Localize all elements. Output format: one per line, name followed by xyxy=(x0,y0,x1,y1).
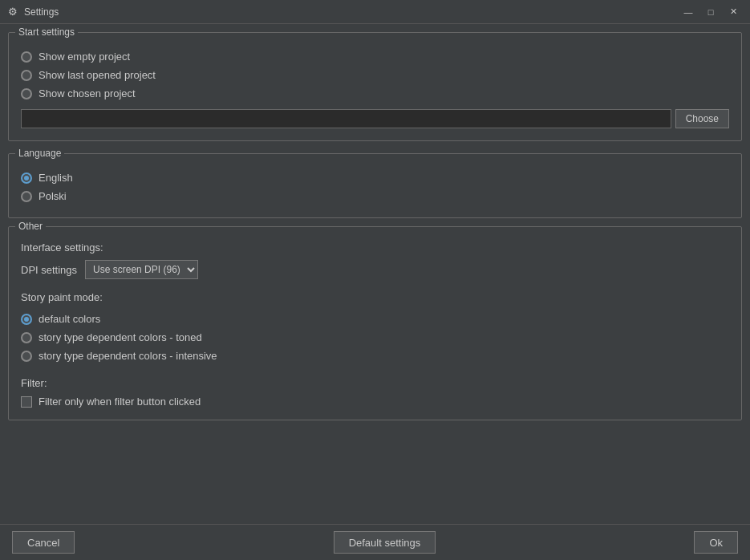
radio-default-colors[interactable]: default colors xyxy=(21,310,729,328)
radio-default-circle xyxy=(21,314,32,325)
title-bar: ⚙ Settings — □ ✕ xyxy=(0,0,750,24)
filter-checkbox[interactable] xyxy=(21,396,32,408)
radio-toned-label: story type dependent colors - toned xyxy=(39,331,202,343)
language-group: Language English Polski xyxy=(8,153,742,218)
radio-intensive-circle xyxy=(21,351,32,362)
close-button[interactable]: ✕ xyxy=(723,4,744,20)
radio-last-project[interactable]: Show last opened project xyxy=(21,66,729,84)
filter-checkbox-item[interactable]: Filter only when filter button clicked xyxy=(21,396,729,408)
radio-chosen-project[interactable]: Show chosen project xyxy=(21,84,729,103)
maximize-button[interactable]: □ xyxy=(700,4,721,20)
default-settings-button[interactable]: Default settings xyxy=(334,531,436,554)
radio-intensive-label: story type dependent colors - intensive xyxy=(39,350,217,362)
start-settings-group: Start settings Show empty project Show l… xyxy=(8,32,742,141)
radio-polski-circle xyxy=(21,191,32,202)
settings-icon: ⚙ xyxy=(6,6,19,18)
story-paint-label: Story paint mode: xyxy=(21,291,729,303)
radio-empty-project[interactable]: Show empty project xyxy=(21,47,729,66)
file-path-input[interactable] xyxy=(21,109,671,128)
filter-checkbox-label: Filter only when filter button clicked xyxy=(39,396,201,408)
radio-last-circle xyxy=(21,70,32,81)
start-settings-title: Start settings xyxy=(15,26,78,38)
radio-english-circle xyxy=(21,172,32,184)
radio-empty-circle xyxy=(21,51,32,63)
radio-chosen-label: Show chosen project xyxy=(39,87,136,99)
dpi-select[interactable]: Use screen DPI (96) 96 DPI 120 DPI 144 D… xyxy=(85,260,198,279)
radio-polski-label: Polski xyxy=(39,190,67,202)
radio-chosen-circle xyxy=(21,88,32,99)
radio-last-label: Show last opened project xyxy=(39,69,156,81)
bottom-bar: Cancel Default settings Ok xyxy=(0,524,750,560)
radio-english-label: English xyxy=(39,172,73,184)
radio-default-label: default colors xyxy=(39,313,100,325)
interface-settings-label: Interface settings: xyxy=(21,241,729,254)
dpi-label: DPI settings xyxy=(21,264,77,276)
minimize-button[interactable]: — xyxy=(678,4,699,20)
radio-toned-colors[interactable]: story type dependent colors - toned xyxy=(21,328,729,347)
main-content: Start settings Show empty project Show l… xyxy=(0,24,750,524)
filter-label: Filter: xyxy=(21,377,729,389)
radio-english[interactable]: English xyxy=(21,168,729,187)
window-title: Settings xyxy=(24,6,59,18)
radio-intensive-colors[interactable]: story type dependent colors - intensive xyxy=(21,347,729,365)
filter-section: Filter: Filter only when filter button c… xyxy=(21,377,729,408)
radio-polski[interactable]: Polski xyxy=(21,187,729,205)
radio-empty-label: Show empty project xyxy=(39,51,130,63)
dpi-row: DPI settings Use screen DPI (96) 96 DPI … xyxy=(21,260,729,279)
choose-button[interactable]: Choose xyxy=(675,109,729,128)
ok-button[interactable]: Ok xyxy=(694,531,738,554)
other-group: Other Interface settings: DPI settings U… xyxy=(8,226,742,420)
cancel-button[interactable]: Cancel xyxy=(12,531,75,554)
title-bar-left: ⚙ Settings xyxy=(6,6,59,18)
language-title: Language xyxy=(15,148,64,159)
radio-toned-circle xyxy=(21,332,32,343)
title-bar-controls: — □ ✕ xyxy=(678,4,744,20)
other-title: Other xyxy=(15,221,46,232)
file-path-row: Choose xyxy=(21,109,729,128)
